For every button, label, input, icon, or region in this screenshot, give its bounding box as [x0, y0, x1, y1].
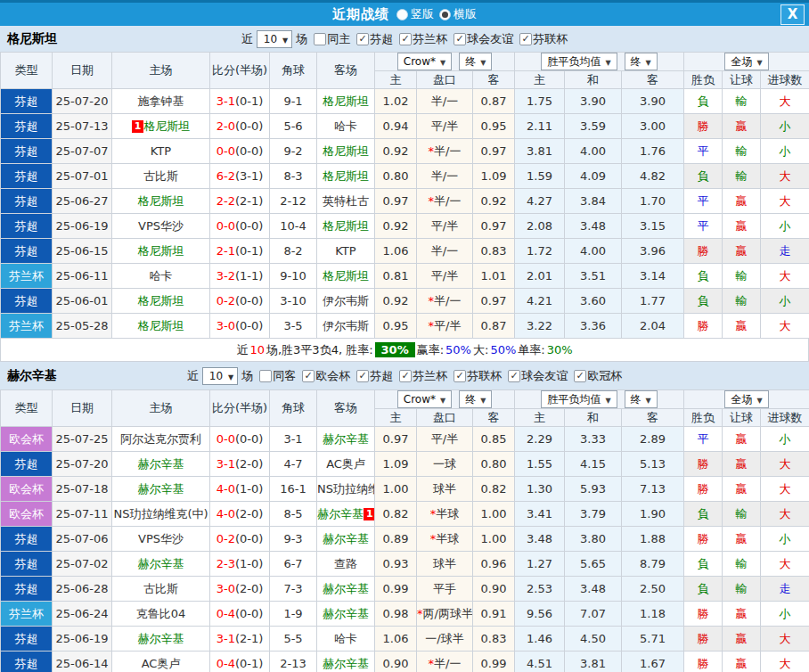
odds-home-cell: 0.99	[375, 577, 417, 602]
odds-source-dropdown[interactable]: Crow*▼	[397, 53, 452, 70]
full-time-score: 3-2	[217, 269, 235, 283]
close-button[interactable]: X	[780, 4, 805, 25]
handicap-value: 半/一	[434, 657, 461, 670]
summary-text: 50%	[445, 343, 471, 356]
table-row: 芬超25-07-131格尼斯坦2-0(0-0)5-6哈卡0.94平/半0.952…	[1, 114, 809, 139]
league-checkbox[interactable]: ✓	[399, 33, 412, 45]
odds-home-cell: 0.92	[375, 214, 417, 239]
odds-away-cell: 1.00	[473, 527, 515, 552]
mean-final-dropdown[interactable]: 终▼	[625, 390, 658, 408]
goals-total-cell: 小	[761, 527, 809, 552]
sub-column-header: 让球	[723, 71, 761, 89]
league-checkbox[interactable]: ✓	[399, 370, 412, 382]
odds-away-cell: 0.96	[473, 552, 515, 577]
win-loss-cell: 勝	[684, 602, 723, 627]
odds-away-cell: 1.09	[473, 164, 515, 189]
same-side-checkbox[interactable]	[259, 370, 272, 382]
mean-home-cell: 2.11	[515, 114, 565, 139]
mean-draw-cell: 3.48	[565, 577, 622, 602]
table-row: 芬超25-06-14AC奥卢0-4(0-1)2-13赫尔辛基0.90*半/一0.…	[1, 652, 809, 672]
handicap-result-cell: 贏	[723, 214, 761, 239]
odds-final-dropdown[interactable]: 终▼	[459, 53, 492, 70]
away-team-cell: 哈卡	[317, 627, 375, 652]
mean-draw-cell: 3.81	[565, 652, 622, 672]
date-cell: 25-06-24	[53, 602, 112, 627]
score-cell: 2-2(2-1)	[210, 189, 270, 214]
odds-away-cell: 0.97	[473, 139, 515, 164]
handicap-cell: 平手	[417, 577, 473, 602]
mean-home-cell: 1.46	[515, 627, 565, 652]
mean-away-cell: 3.14	[622, 264, 684, 289]
matches-count-select[interactable]: 10▼	[257, 30, 292, 48]
sub-column-header: 胜负	[684, 71, 723, 89]
home-team-name: 古比斯	[143, 582, 178, 595]
mean-draw-cell: 3.80	[565, 527, 622, 552]
corners-cell: 8-5	[270, 502, 317, 527]
score-cell: 3-2(1-1)	[210, 264, 270, 289]
corners-cell: 10-4	[270, 214, 317, 239]
score-cell: 0-4(0-1)	[210, 652, 270, 672]
win-loss-cell: 負	[684, 164, 723, 189]
handicap-cell: 球半	[417, 552, 473, 577]
mean-away-cell: 1.77	[622, 289, 684, 314]
half-time-score: (0-0)	[235, 219, 263, 233]
mean-source-dropdown[interactable]: 胜平负均值▼	[541, 390, 617, 408]
mean-home-cell: 9.56	[515, 602, 565, 627]
goals-total-cell: 小	[761, 114, 809, 139]
mean-source-dropdown[interactable]: 胜平负均值▼	[541, 53, 617, 70]
league-type-badge: 芬超	[1, 89, 52, 113]
scope-dropdown[interactable]: 全场▼	[724, 53, 768, 70]
summary-text: 10	[249, 343, 265, 356]
away-team-name: AC奥卢	[326, 457, 365, 471]
filter-controls: 近10▼场同主✓芬超✓芬兰杯✓球会友谊✓芬联杯	[241, 30, 568, 48]
odds-group-header: Crow*▼终▼	[375, 390, 515, 409]
mean-draw-cell: 3.48	[565, 214, 622, 239]
match-type-cell: 芬超	[1, 164, 53, 189]
league-checkbox[interactable]: ✓	[574, 370, 586, 382]
league-checkbox[interactable]: ✓	[454, 370, 466, 382]
score-cell: 0-0(0-0)	[210, 139, 270, 164]
summary-text: 50%	[490, 343, 516, 356]
matches-count-select[interactable]: 10▼	[202, 367, 238, 385]
matches-count-value: 10	[209, 370, 223, 382]
mean-home-cell: 1.30	[515, 477, 565, 502]
radio-horizontal-layout[interactable]	[439, 9, 451, 20]
league-checkbox[interactable]: ✓	[302, 370, 315, 382]
mean-final-dropdown[interactable]: 终▼	[625, 53, 658, 70]
date-cell: 25-06-15	[53, 239, 112, 264]
league-type-badge: 芬兰杯	[1, 314, 52, 338]
odds-final-dropdown[interactable]: 终▼	[459, 390, 492, 408]
league-checkbox[interactable]: ✓	[519, 33, 532, 45]
home-team-cell: 格尼斯坦	[112, 314, 210, 339]
scope-dropdown[interactable]: 全场▼	[724, 390, 768, 408]
league-checkbox[interactable]: ✓	[356, 33, 369, 45]
away-team-name: 英特杜古	[323, 194, 369, 208]
odds-source-dropdown[interactable]: Crow*▼	[397, 390, 452, 408]
match-type-cell: 芬超	[1, 652, 53, 672]
handicap-value: 平/半	[434, 319, 461, 332]
mean-home-cell: 1.27	[515, 552, 565, 577]
chevron-down-icon: ▼	[440, 59, 445, 67]
mean-away-cell: 1.67	[622, 652, 684, 672]
goals-total-cell: 大	[761, 264, 809, 289]
odds-home-cell: 0.95	[375, 314, 417, 339]
away-team-name: 赫尔辛基	[317, 507, 364, 520]
mean-final-dropdown-value: 终	[631, 393, 641, 406]
home-team-cell: 赫尔辛基	[112, 552, 210, 577]
league-checkbox[interactable]: ✓	[356, 370, 369, 382]
mean-home-cell: 4.51	[515, 652, 565, 672]
away-team-cell: 格尼斯坦	[317, 89, 375, 114]
radio-vertical-layout[interactable]	[396, 9, 408, 20]
goals-total-cell: 大	[761, 502, 809, 527]
win-loss-cell: 平	[684, 214, 723, 239]
same-side-checkbox[interactable]	[314, 33, 326, 45]
full-time-score: 2-1	[217, 244, 235, 258]
full-time-score: 3-1	[217, 632, 235, 645]
league-checkbox[interactable]: ✓	[454, 33, 466, 45]
handicap-result-cell: 贏	[723, 314, 761, 339]
win-loss-cell: 勝	[684, 452, 723, 477]
league-checkbox[interactable]: ✓	[508, 370, 520, 382]
goals-total-cell: 大	[761, 314, 809, 339]
same-side-label: 同主	[327, 31, 350, 47]
corners-cell: 1-9	[270, 602, 317, 627]
